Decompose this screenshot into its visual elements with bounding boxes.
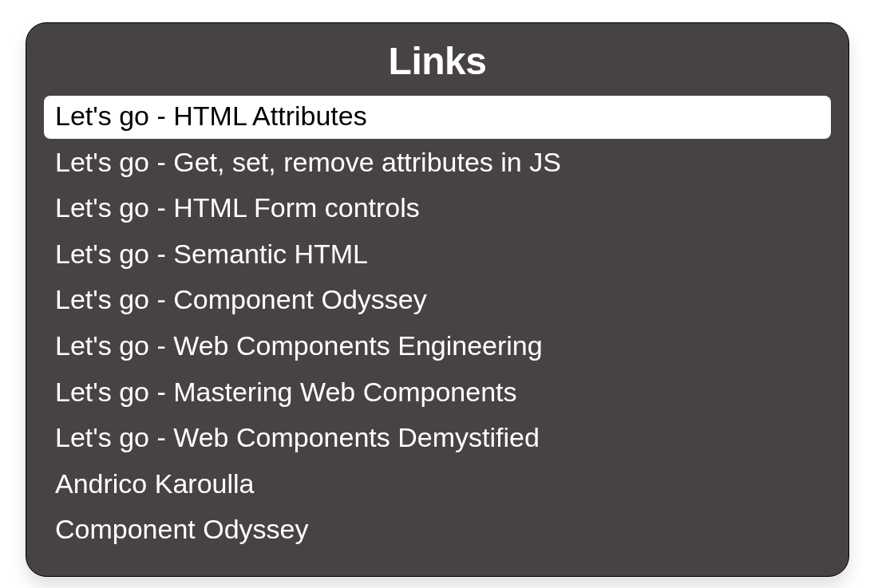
- link-item-7[interactable]: Let's go - Web Components Demystified: [44, 417, 831, 460]
- link-item-3[interactable]: Let's go - Semantic HTML: [44, 234, 831, 277]
- link-item-8[interactable]: Andrico Karoulla: [44, 464, 831, 507]
- links-panel: Links Let's go - HTML Attributes Let's g…: [26, 22, 849, 577]
- link-item-2[interactable]: Let's go - HTML Form controls: [44, 187, 831, 231]
- link-item-4[interactable]: Let's go - Component Odyssey: [44, 279, 831, 322]
- link-item-6[interactable]: Let's go - Mastering Web Components: [44, 372, 831, 415]
- links-list: Let's go - HTML Attributes Let's go - Ge…: [44, 96, 831, 552]
- link-item-9[interactable]: Component Odyssey: [44, 509, 831, 552]
- link-item-5[interactable]: Let's go - Web Components Engineering: [44, 326, 831, 369]
- link-item-1[interactable]: Let's go - Get, set, remove attributes i…: [44, 142, 831, 185]
- link-item-0[interactable]: Let's go - HTML Attributes: [44, 96, 831, 139]
- panel-title: Links: [44, 39, 831, 83]
